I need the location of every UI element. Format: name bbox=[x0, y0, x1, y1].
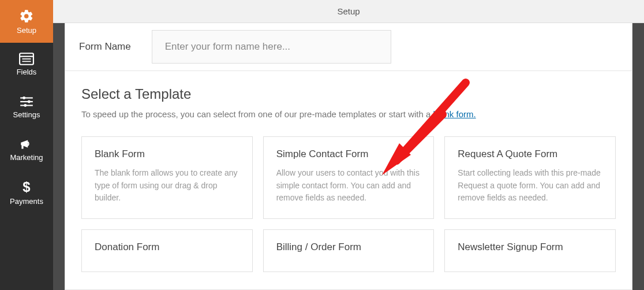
page-title: Setup bbox=[337, 6, 360, 16]
sidebar-item-setup[interactable]: Setup bbox=[0, 0, 53, 43]
template-card-billing[interactable]: Billing / Order Form bbox=[263, 229, 435, 272]
sidebar-item-payments[interactable]: $ Payments bbox=[0, 171, 53, 214]
svg-point-5 bbox=[23, 96, 25, 99]
sidebar: Setup Fields Settings Marketing $ Paymen… bbox=[0, 0, 53, 290]
svg-point-7 bbox=[28, 100, 31, 103]
template-desc: Start collecting leads with this pre-mad… bbox=[458, 167, 602, 205]
template-heading: Select a Template bbox=[81, 86, 616, 102]
template-card-newsletter[interactable]: Newsletter Signup Form bbox=[444, 229, 616, 272]
sidebar-item-marketing[interactable]: Marketing bbox=[0, 128, 53, 171]
form-name-label: Form Name bbox=[76, 41, 131, 53]
template-title: Billing / Order Form bbox=[276, 241, 421, 253]
gear-icon bbox=[19, 9, 34, 24]
form-name-input[interactable] bbox=[152, 30, 391, 64]
template-card-donation[interactable]: Donation Form bbox=[81, 229, 253, 272]
sidebar-item-label: Payments bbox=[10, 197, 43, 206]
topbar: Setup bbox=[53, 0, 644, 23]
template-title: Newsletter Signup Form bbox=[458, 241, 602, 253]
template-title: Request A Quote Form bbox=[458, 148, 602, 160]
template-desc: The blank form allows you to create any … bbox=[95, 167, 239, 205]
sidebar-item-label: Settings bbox=[13, 110, 40, 119]
sidebar-item-label: Marketing bbox=[10, 153, 43, 162]
template-intro: To speed up the process, you can select … bbox=[81, 109, 616, 119]
sidebar-item-fields[interactable]: Fields bbox=[0, 43, 53, 85]
list-icon bbox=[19, 53, 34, 65]
main-column: Setup Form Name Select a Template To spe… bbox=[53, 0, 644, 290]
template-grid: Blank Form The blank form allows you to … bbox=[81, 136, 616, 272]
form-name-row: Form Name bbox=[65, 23, 632, 71]
template-card-blank[interactable]: Blank Form The blank form allows you to … bbox=[81, 136, 253, 219]
template-section: Select a Template To speed up the proces… bbox=[65, 71, 632, 272]
svg-rect-10 bbox=[21, 145, 23, 149]
sidebar-item-settings[interactable]: Settings bbox=[0, 85, 53, 128]
bullhorn-icon bbox=[19, 138, 34, 151]
template-card-request-quote[interactable]: Request A Quote Form Start collecting le… bbox=[444, 136, 616, 219]
template-card-simple-contact[interactable]: Simple Contact Form Allow your users to … bbox=[263, 136, 435, 219]
dollar-icon: $ bbox=[21, 180, 32, 195]
app-root: Setup Fields Settings Marketing $ Paymen… bbox=[0, 0, 644, 290]
template-title: Donation Form bbox=[95, 241, 239, 253]
content-wrap: Form Name Select a Template To speed up … bbox=[53, 23, 644, 290]
svg-text:$: $ bbox=[23, 180, 30, 195]
blank-form-link[interactable]: blank form. bbox=[433, 109, 475, 119]
template-title: Simple Contact Form bbox=[276, 148, 421, 160]
svg-point-9 bbox=[24, 104, 27, 107]
sidebar-item-label: Fields bbox=[17, 68, 37, 76]
template-title: Blank Form bbox=[95, 148, 239, 160]
setup-panel: Form Name Select a Template To speed up … bbox=[65, 23, 632, 290]
sidebar-item-label: Setup bbox=[17, 26, 36, 35]
sliders-icon bbox=[19, 95, 34, 108]
template-desc: Allow your users to contact you with thi… bbox=[276, 167, 421, 205]
template-intro-text: To speed up the process, you can select … bbox=[81, 109, 433, 119]
